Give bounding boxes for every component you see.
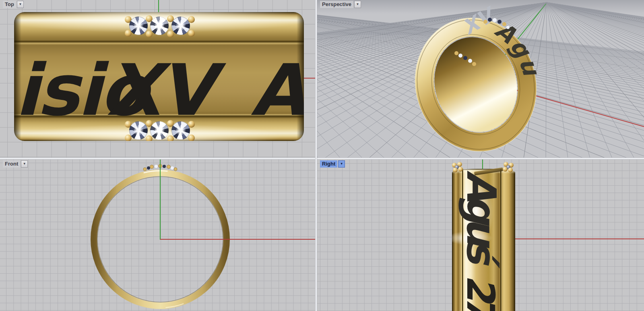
- gold-ring-right-view: Aguś 27.0: [452, 169, 515, 311]
- prong-bead: [167, 135, 174, 141]
- engraving-text-right: Agu: [251, 49, 304, 132]
- viewport-title-label[interactable]: Right: [320, 160, 337, 168]
- viewport-title-right[interactable]: Right ▼: [320, 160, 345, 168]
- perspective-viewport[interactable]: Agu XV Perspective ▼: [317, 0, 644, 158]
- viewport-divider-vertical[interactable]: [315, 0, 317, 311]
- diamond: [171, 121, 190, 140]
- prong-bead: [188, 135, 195, 141]
- diamond: [171, 17, 190, 35]
- gold-ring-perspective-view: Agu XV: [407, 11, 545, 156]
- prong-bead: [508, 168, 513, 172]
- engraving-text-upper: Aguś: [458, 170, 505, 257]
- viewport-title-perspective[interactable]: Perspective ▼: [320, 1, 361, 8]
- top-viewport[interactable]: isio XV Agu: [0, 0, 315, 158]
- prong-bead: [146, 31, 153, 37]
- chevron-down-icon[interactable]: ▼: [17, 1, 24, 8]
- engraving-text-lower: 27.0: [458, 275, 503, 311]
- viewport-title-front[interactable]: Front ▼: [3, 160, 28, 168]
- chevron-down-icon[interactable]: ▼: [21, 160, 28, 168]
- cad-workspace: isio XV Agu: [0, 0, 644, 311]
- viewport-title-label[interactable]: Perspective: [320, 1, 353, 8]
- prong-bead: [167, 31, 174, 37]
- front-viewport[interactable]: Front ▼: [0, 160, 315, 311]
- axis-x-red: [515, 238, 644, 239]
- right-viewport[interactable]: Aguś 27.0 Right ▼: [317, 160, 644, 311]
- gold-ring-top-view: isio XV Agu: [14, 12, 304, 141]
- diamond: [129, 121, 148, 140]
- diamond: [150, 17, 169, 35]
- diamond: [150, 121, 169, 140]
- chevron-down-icon[interactable]: ▼: [354, 1, 361, 8]
- viewport-title-label[interactable]: Front: [3, 160, 20, 168]
- viewport-title-label[interactable]: Top: [3, 1, 16, 8]
- prong-bead: [188, 30, 195, 37]
- chevron-down-icon[interactable]: ▼: [338, 160, 345, 168]
- diamond: [129, 17, 148, 35]
- diamond-cluster-top: [126, 13, 194, 39]
- diamond-cluster-bottom: [126, 118, 194, 141]
- axis-y-green: [160, 160, 161, 240]
- prong-bead: [146, 135, 153, 141]
- prong-bead: [453, 168, 458, 172]
- viewport-divider-horizontal[interactable]: [0, 158, 644, 160]
- viewport-title-top[interactable]: Top ▼: [3, 1, 24, 8]
- axis-x-red: [160, 239, 315, 240]
